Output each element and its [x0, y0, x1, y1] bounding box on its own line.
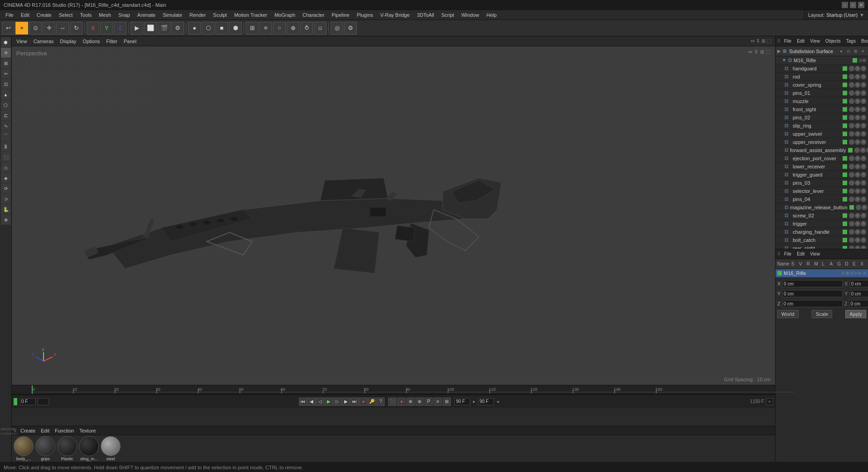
timeline-frame-end[interactable]: [454, 398, 470, 405]
undo-btn[interactable]: ↩: [2, 22, 15, 34]
edit-render-settings-btn[interactable]: ⚙: [171, 22, 184, 34]
obj-list-item[interactable]: ⊡ screw_02 ✕ ⠿: [775, 211, 868, 220]
obj-list-item[interactable]: ⊡ trigger_guard ✕ ⠿: [775, 171, 868, 179]
record-btn[interactable]: ●: [359, 398, 367, 406]
render-to-picture-viewer-btn[interactable]: 🎬: [158, 22, 171, 34]
tool-sculpt[interactable]: ⌒: [1, 131, 11, 141]
tool-wrap[interactable]: ⊃: [1, 194, 11, 204]
coord-z2-val[interactable]: [849, 300, 868, 307]
key-btn-3[interactable]: ⊕: [406, 398, 414, 406]
move-btn[interactable]: ✛: [43, 22, 55, 34]
menu-snap[interactable]: Snap: [115, 11, 134, 19]
attr-menu-edit[interactable]: Edit: [795, 251, 806, 257]
render-region-btn[interactable]: ⬜: [144, 22, 157, 34]
vp-menu-filter[interactable]: Filter: [103, 38, 120, 45]
menu-character[interactable]: Character: [299, 11, 328, 19]
vp-menu-panel[interactable]: Panel: [121, 38, 139, 45]
key-btn-1[interactable]: ⬛: [388, 398, 396, 406]
menu-select[interactable]: Select: [55, 11, 77, 19]
tool-loop-sel[interactable]: ⊏: [1, 110, 11, 120]
tool-fill[interactable]: ◈: [1, 173, 11, 183]
obj-list-item[interactable]: ⊡ rod ✕ ⠿: [775, 73, 868, 81]
menu-tools[interactable]: Tools: [76, 11, 95, 19]
obj-menu-bookma[interactable]: Bookma...: [859, 38, 868, 44]
menu-window[interactable]: Window: [458, 11, 483, 19]
sky-btn[interactable]: ○: [273, 22, 286, 34]
script-manager-btn[interactable]: ⚙: [344, 22, 357, 34]
obj-list-item[interactable]: ⊡ selector_lever ✕ ⠿: [775, 187, 868, 195]
y-axis-btn[interactable]: Y: [100, 22, 113, 34]
edge-mode-btn[interactable]: ⬡: [202, 22, 215, 34]
tool-magnet[interactable]: ⊡: [1, 79, 11, 89]
help-key-btn[interactable]: ?: [376, 398, 385, 406]
mat-menu-edit[interactable]: Edit: [39, 428, 51, 433]
vp-menu-options[interactable]: Options: [80, 38, 102, 45]
apply-btn[interactable]: Apply: [845, 310, 866, 318]
tool-object-mode[interactable]: ⬢: [1, 37, 11, 47]
obj-menu-view[interactable]: View: [808, 38, 822, 44]
menu-edit[interactable]: Edit: [17, 11, 33, 19]
menu-help[interactable]: Help: [483, 11, 501, 19]
mat-menu-function[interactable]: Function: [53, 428, 76, 433]
minimize-button[interactable]: −: [842, 2, 848, 8]
menu-file[interactable]: File: [2, 11, 17, 19]
material-sling[interactable]: sling_m...: [79, 436, 99, 461]
menu-create[interactable]: Create: [33, 11, 55, 19]
material-plastic[interactable]: Plastic: [57, 436, 77, 461]
z-axis-btn[interactable]: Z: [114, 22, 127, 34]
mat-menu-create[interactable]: Create: [19, 428, 37, 433]
coord-y2-val[interactable]: [850, 290, 868, 297]
coord-x-val[interactable]: [782, 280, 843, 287]
key-btn-7[interactable]: ⊞: [443, 398, 451, 406]
live-selection-btn[interactable]: ⊙: [29, 22, 42, 34]
obj-list-item[interactable]: ⊡ trigger ✕ ⠿: [775, 220, 868, 228]
obj-list-item[interactable]: ⊡ lower_receiver ✕ ⠿: [775, 162, 868, 171]
tool-tweak[interactable]: ⬡: [1, 100, 11, 110]
timeline-ruler[interactable]: 0 10 20 30 40 50 60 70 80: [12, 385, 775, 394]
play-back-btn[interactable]: ◁: [316, 398, 324, 406]
tool-bevel[interactable]: ◇: [1, 162, 11, 172]
obj-list-item[interactable]: ⊡ forward_assist_assembly ✕ ⠿: [775, 146, 868, 154]
maximize-button[interactable]: □: [850, 2, 856, 8]
menu-plugins[interactable]: Plugins: [353, 11, 376, 19]
material-manager-btn[interactable]: ◎: [331, 22, 343, 34]
obj-list-item[interactable]: ⊡ cover_spring ✕ ⠿: [775, 81, 868, 89]
obj-list-item[interactable]: ⊡ muzzle ✕ ⠿: [775, 97, 868, 105]
layout-value[interactable]: Startup (User): [826, 12, 858, 18]
timeline-frame-current[interactable]: [20, 398, 36, 405]
polygon-mode-btn[interactable]: ■: [215, 22, 228, 34]
scale-btn[interactable]: ↔: [56, 22, 69, 34]
obj-menu-tags[interactable]: Tags: [844, 38, 858, 44]
rotate-btn[interactable]: ↻: [70, 22, 83, 34]
tool-twist[interactable]: ⟳: [1, 183, 11, 193]
menu-mesh[interactable]: Mesh: [95, 11, 115, 19]
obj-list-item[interactable]: ⊡ handguard ✕ ⠿: [775, 64, 868, 73]
render-active-btn[interactable]: ▶: [131, 22, 143, 34]
tool-python[interactable]: 🐍: [1, 204, 11, 214]
menu-3dtoall[interactable]: 3DToAll: [413, 11, 438, 19]
prev-frame-btn[interactable]: ◀: [307, 398, 316, 406]
tool-plugin[interactable]: ⊕: [1, 215, 11, 225]
object-list[interactable]: ⊡ handguard ✕ ⠿ ⊡ rod ✕ ⠿ ⊡ cover_spring: [775, 64, 868, 249]
attr-menu-file[interactable]: File: [782, 251, 793, 257]
viewport-canvas[interactable]: Perspective ⇔ ⇕ ⊞ ⬚: [12, 46, 775, 385]
menu-animate[interactable]: Animate: [134, 11, 159, 19]
skip-to-start-btn[interactable]: ⏮: [299, 398, 307, 406]
obj-list-item[interactable]: ⊡ front_sight ✕ ⠿: [775, 105, 868, 113]
world-btn[interactable]: World: [777, 310, 799, 318]
key-btn-5[interactable]: P: [424, 398, 433, 406]
object-mode-btn[interactable]: ⬢: [229, 22, 242, 34]
menu-simulate[interactable]: Simulate: [159, 11, 186, 19]
obj-list-item[interactable]: ⊡ upper_swivel ✕ ⠿: [775, 130, 868, 138]
tool-paint[interactable]: ▲: [1, 89, 11, 99]
obj-list-item[interactable]: ⊡ pins_02 ✕ ⠿: [775, 113, 868, 122]
obj-list-item[interactable]: ⊡ magazine_release_button ✕ ⠿: [775, 203, 868, 211]
attr-menu-view[interactable]: View: [808, 251, 822, 257]
material-grips[interactable]: grips: [35, 436, 55, 461]
tool-checker[interactable]: ⊞: [1, 58, 11, 68]
obj-menu-objects[interactable]: Objects: [824, 38, 843, 44]
tool-knife[interactable]: ✂: [1, 69, 11, 79]
vp-menu-cameras[interactable]: Cameras: [31, 38, 57, 45]
character-btn[interactable]: ☺: [314, 22, 327, 34]
tool-move[interactable]: ✛: [1, 48, 11, 58]
